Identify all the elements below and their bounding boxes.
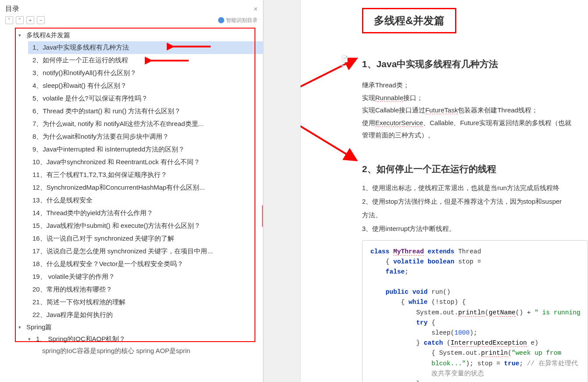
chevron-down-icon: ▾ [18, 32, 25, 38]
toc-root-threads[interactable]: ▾ 多线程&并发篇 [18, 29, 263, 41]
toc-item[interactable]: 7、为什么wait, notify 和 notifyAll这些方法不在threa… [28, 118, 263, 130]
toc-item[interactable]: 20、常用的线程池有哪些？ [28, 283, 263, 296]
toc-item[interactable]: 5、volatile 是什么?可以保证有序性吗？ [28, 92, 263, 105]
toc-item[interactable]: 17、说说自己是怎么使用 synchronized 关键字，在项目中用... [28, 245, 263, 258]
gap [263, 0, 301, 382]
close-icon[interactable]: × [254, 5, 258, 13]
chapter-title: 多线程&并发篇 [362, 8, 456, 33]
toc-item[interactable]: 6、Thread 类中的start() 和 run() 方法有什么区别？ [28, 105, 263, 118]
smart-label: 智能识别目录 [226, 17, 258, 24]
toc-spring-child[interactable]: ▾ 1、 Spring的IOC和AOP机制？ [28, 333, 263, 345]
toc-item[interactable]: 14、Thread类中的yield方法有什么作用？ [28, 207, 263, 220]
toc-item[interactable]: 13、什么是线程安全 [28, 194, 263, 207]
list-item: 3、使用interrupt方法中断线程。 [362, 225, 588, 233]
toc-spring-grand[interactable]: spring的IoC容器是spring的核心 spring AOP是sprin [28, 345, 263, 355]
doc-icon[interactable]: 📄 ▾ [341, 58, 350, 67]
para: 使用ExecutorService、Callable、Future实现有返回结果… [362, 117, 588, 130]
para: 实现Callable接口通过FutureTask包装器来创建Thread线程； [362, 104, 588, 117]
toc-item[interactable]: 15、Java线程池中submit() 和 execute()方法有什么区别？ [28, 220, 263, 232]
scrollbar[interactable] [262, 205, 263, 227]
para: 管理前面的三种方式）。 [362, 129, 588, 142]
sidebar-toolbar: ˅ ˄ + − 智能识别目录 [0, 15, 263, 28]
smart-toc-button[interactable]: 智能识别目录 [218, 17, 258, 24]
list-item: 方法。 [362, 211, 588, 220]
collapse-down-icon[interactable]: ˅ [5, 16, 13, 24]
toc-root-spring[interactable]: ▾ Spring篇 [18, 321, 263, 333]
add-icon[interactable]: + [26, 16, 34, 24]
toc-item[interactable]: 16、说一说自己对于 synchronized 关键字的了解 [28, 232, 263, 245]
toc-spring-child-label: 1、 Spring的IOC和AOP机制？ [36, 335, 125, 343]
toc-item[interactable]: 8、为什么wait和notify方法要在同步块中调用？ [28, 130, 263, 143]
toc-item[interactable]: 2、如何停止一个正在运行的线程 [28, 54, 263, 67]
content: 多线程&并发篇 📄 ▾ 1、Java中实现多线程有几种方法 继承Thread类；… [301, 0, 588, 382]
remove-icon[interactable]: − [37, 16, 45, 24]
sidebar: 目录 × ˅ ˄ + − 智能识别目录 ▾ 多线程&并发篇 1、Java中实现多… [0, 0, 263, 382]
toc-root-label: 多线程&并发篇 [26, 31, 70, 40]
toc-spring-label: Spring篇 [26, 323, 52, 332]
toc-item[interactable]: 19、 volatile关键字的作用？ [28, 270, 263, 283]
toc-item[interactable]: 1、Java中实现多线程有几种方法 [28, 41, 263, 54]
code-block: class MyThread extends Thread { volatile… [362, 240, 588, 382]
toc-item[interactable]: 4、sleep()和wait() 有什么区别？ [28, 79, 263, 92]
toc-item[interactable]: 18、什么是线程安全？Vector是一个线程安全类吗？ [28, 258, 263, 270]
chevron-down-icon: ▾ [18, 324, 25, 330]
para: 实现Runnable接口； [362, 92, 588, 105]
sidebar-title: 目录 [5, 4, 19, 14]
para: 继承Thread类； [362, 79, 588, 92]
chevron-down-icon: ▾ [28, 336, 34, 342]
heading-1: 1、Java中实现多线程有几种方法 [362, 58, 588, 70]
toc-item[interactable]: 3、notify()和notifyAll()有什么区别？ [28, 67, 263, 79]
list-item: 1、使用退出标志，使线程正常退出，也就是当run方法完成后线程终 [362, 184, 588, 192]
toc-item[interactable]: 9、Java中interrupted 和 isInterruptedd方法的区别… [28, 143, 263, 156]
list-item: 2、使用stop方法强行终止，但是不推荐这个方法，因为stop和susper [362, 198, 588, 206]
toc-item[interactable]: 21、简述一下你对线程池的理解 [28, 296, 263, 309]
collapse-up-icon[interactable]: ˄ [16, 16, 24, 24]
sidebar-header: 目录 × [0, 0, 263, 15]
toc-item[interactable]: 10、Java中synchronized 和 ReentrantLock 有什么… [28, 156, 263, 169]
toc[interactable]: ▾ 多线程&并发篇 1、Java中实现多线程有几种方法2、如何停止一个正在运行的… [0, 28, 263, 382]
smart-dot-icon [218, 17, 224, 23]
toc-item[interactable]: 12、SynchronizedMap和ConcurrentHashMap有什么区… [28, 181, 263, 194]
toc-item[interactable]: 22、Java程序是如何执行的 [28, 309, 263, 321]
toc-item[interactable]: 11、有三个线程T1,T2,T3,如何保证顺序执行？ [28, 169, 263, 181]
heading-2: 2、如何停止一个正在运行的线程 [362, 163, 588, 175]
